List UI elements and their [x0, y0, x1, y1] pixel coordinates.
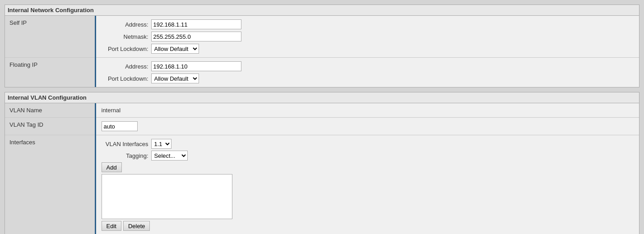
floating-ip-row: Floating IP Address: Port Lockdown: Allo… [5, 58, 639, 87]
self-ip-netmask-label: Netmask: [102, 33, 151, 40]
floating-ip-port-lockdown-select[interactable]: Allow Default Allow All Allow None Allow… [151, 73, 199, 83]
vlan-tag-content [95, 118, 639, 135]
add-button[interactable]: Add [102, 162, 122, 172]
self-ip-netmask-input[interactable] [151, 32, 241, 41]
self-ip-address-label: Address: [102, 21, 151, 28]
edit-delete-row: Edit Delete [102, 221, 634, 231]
vlan-interfaces-select[interactable]: 1.1 1.2 1.3 [151, 139, 171, 149]
vlan-tag-row: VLAN Tag ID [5, 118, 639, 135]
floating-ip-address-row: Address: [102, 61, 634, 71]
vlan-tag-input[interactable] [102, 121, 138, 131]
floating-ip-port-lockdown-row: Port Lockdown: Allow Default Allow All A… [102, 73, 634, 83]
floating-ip-address-label: Address: [102, 63, 151, 70]
self-ip-label: Self IP [5, 16, 95, 58]
vlan-name-value: internal [95, 103, 639, 118]
edit-button[interactable]: Edit [102, 221, 121, 231]
internal-vlan-title: Internal VLAN Configuration [5, 92, 639, 103]
vlan-interfaces-row: VLAN Interfaces 1.1 1.2 1.3 [102, 139, 634, 149]
self-ip-port-lockdown-label: Port Lockdown: [102, 46, 151, 52]
self-ip-port-lockdown-select[interactable]: Allow Default Allow All Allow None Allow… [151, 44, 199, 54]
internal-network-title: Internal Network Configuration [5, 5, 639, 16]
tagging-select[interactable]: Select... tagged untagged [151, 151, 188, 161]
vlan-interfaces-label: VLAN Interfaces [102, 141, 151, 147]
internal-network-table: Self IP Address: Netmask: Port Lockdown:… [5, 16, 639, 87]
self-ip-row: Self IP Address: Netmask: Port Lockdown:… [5, 16, 639, 58]
floating-ip-content: Address: Port Lockdown: Allow Default Al… [95, 58, 639, 87]
floating-ip-label: Floating IP [5, 58, 95, 87]
self-ip-netmask-row: Netmask: [102, 32, 634, 41]
interfaces-row: Interfaces VLAN Interfaces 1.1 1.2 1.3 T… [5, 135, 639, 234]
vlan-tag-label: VLAN Tag ID [5, 118, 95, 135]
floating-ip-port-lockdown-label: Port Lockdown: [102, 75, 151, 82]
self-ip-address-input[interactable] [151, 19, 241, 29]
vlan-name-label: VLAN Name [5, 103, 95, 118]
self-ip-address-row: Address: [102, 19, 634, 29]
internal-network-section: Internal Network Configuration Self IP A… [5, 5, 639, 87]
floating-ip-address-input[interactable] [151, 61, 241, 71]
self-ip-port-lockdown-row: Port Lockdown: Allow Default Allow All A… [102, 44, 634, 54]
self-ip-content: Address: Netmask: Port Lockdown: Allow D… [95, 16, 639, 58]
tagging-label: Tagging: [102, 152, 151, 159]
vlan-name-row: VLAN Name internal [5, 103, 639, 118]
delete-button[interactable]: Delete [123, 221, 150, 231]
interfaces-list[interactable] [102, 174, 232, 219]
tagging-row: Tagging: Select... tagged untagged [102, 151, 634, 161]
add-button-row: Add [102, 162, 634, 172]
interfaces-content: VLAN Interfaces 1.1 1.2 1.3 Tagging: Sel… [95, 135, 639, 234]
interfaces-label: Interfaces [5, 135, 95, 234]
internal-vlan-section: Internal VLAN Configuration VLAN Name in… [5, 92, 639, 234]
internal-vlan-table: VLAN Name internal VLAN Tag ID Interface… [5, 103, 639, 234]
